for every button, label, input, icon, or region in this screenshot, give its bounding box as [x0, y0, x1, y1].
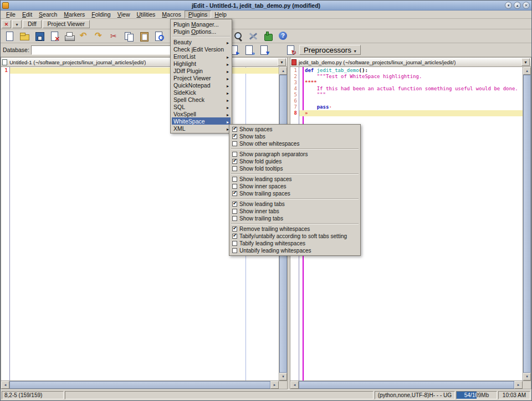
menubar-item-utilities[interactable]: Utilities — [134, 11, 159, 18]
menu-item-show-fold-guides[interactable]: Show fold guides — [231, 158, 359, 165]
plugin-manager-button[interactable] — [262, 30, 275, 42]
minimize-button[interactable]: ▾ — [505, 2, 512, 9]
scroll-thumb[interactable] — [523, 75, 531, 373]
cut-button[interactable] — [108, 30, 121, 42]
code-line-1[interactable]: def jedit_tab_demo(): — [299, 68, 523, 74]
maximize-button[interactable]: ▴ — [514, 2, 521, 9]
line-number[interactable]: 4 — [290, 86, 297, 92]
dock-close-button[interactable] — [2, 20, 11, 28]
caret-status[interactable]: 8,2-5 (159/159) — [2, 391, 64, 399]
menu-item-show-leading-tabs[interactable]: Show leading tabs — [231, 200, 359, 208]
menu-item-jdiff-plugin[interactable]: JDiff Plugin — [172, 67, 231, 74]
scroll-right-button[interactable] — [270, 381, 279, 389]
menubar-item-file[interactable]: File — [3, 11, 19, 18]
copy-button[interactable] — [122, 30, 136, 42]
buffer-switcher-arrow[interactable] — [521, 58, 530, 66]
buffer-switcher-left[interactable]: Untitled-1 (~/software_projects/linux_jo… — [1, 58, 287, 67]
code-line-7[interactable]: pass· — [299, 104, 523, 110]
load-object-button[interactable] — [258, 44, 271, 56]
scroll-down-button[interactable] — [279, 373, 287, 381]
redo-button[interactable] — [93, 30, 106, 42]
menu-item-show-leading-spaces[interactable]: Show leading spaces — [231, 176, 359, 183]
menu-item-show-inner-tabs[interactable]: Show inner tabs — [231, 208, 359, 215]
save-file-button[interactable] — [33, 30, 46, 42]
menu-item-remove-trailing-whitespaces[interactable]: Remove trailing whitespaces — [231, 225, 359, 233]
line-number[interactable]: 8 — [290, 110, 297, 116]
vertical-scrollbar-right[interactable] — [523, 67, 531, 381]
menu-item-tabify-leading-whitespaces[interactable]: Tabify leading whitespaces — [231, 240, 359, 247]
buffer-switcher-right[interactable]: jedit_tab_demo.py (~/software_projects/l… — [290, 58, 531, 67]
menubar-item-markers[interactable]: Markers — [60, 11, 88, 18]
repeat-query-button[interactable] — [284, 44, 298, 56]
code-line-3[interactable]: **** — [299, 80, 523, 86]
new-file-button[interactable] — [3, 30, 16, 42]
menubar-item-edit[interactable]: Edit — [19, 11, 35, 18]
menu-item-show-inner-spaces[interactable]: Show inner spaces — [231, 183, 359, 190]
menu-item-plugin-options[interactable]: Plugin Options... — [172, 28, 231, 35]
menu-item-show-other-whitespaces[interactable]: Show other whitespaces — [231, 140, 359, 147]
menu-item-check-jedit-version[interactable]: Check jEdit Version — [172, 45, 231, 53]
dock-button-project-viewer[interactable]: Project Viewer — [43, 20, 90, 28]
line-number[interactable]: 1 — [290, 68, 297, 74]
buffer-switcher-arrow[interactable] — [278, 58, 286, 66]
menu-item-show-paragraph-separators[interactable]: Show paragraph separators — [231, 151, 359, 158]
menu-item-highlight[interactable]: Highlight — [172, 60, 231, 67]
menu-item-sidekick[interactable]: SideKick — [172, 89, 231, 96]
menu-item-xml[interactable]: XML — [172, 125, 231, 132]
dock-button-diff[interactable]: Diff — [23, 20, 42, 28]
preprocessors-dropdown[interactable]: Preprocessors — [299, 45, 361, 55]
menu-item-errorlist[interactable]: ErrorList — [172, 53, 231, 60]
titlebar[interactable]: jEdit - Untitled-1, jedit_tab_demo.py (m… — [1, 1, 531, 11]
menubar-item-search[interactable]: Search — [35, 11, 60, 18]
code-line-5[interactable]: """ — [299, 92, 523, 98]
code-line-1[interactable] — [10, 68, 279, 74]
menu-item-sql[interactable]: SQL — [172, 103, 231, 110]
menu-item-project-viewer[interactable]: Project Viewer — [172, 74, 231, 81]
line-number[interactable]: 6 — [290, 98, 297, 104]
execute-buffer-button[interactable] — [243, 44, 256, 56]
menu-item-plugin-manager[interactable]: Plugin Manager... — [172, 20, 231, 28]
menu-item-tabify-untabify-according-to-soft-tabs-setting[interactable]: Tabify/untabify according to soft tabs s… — [231, 233, 359, 240]
print-button[interactable] — [63, 30, 76, 42]
memory-status[interactable]: 54/109Mb 54/109Mb — [456, 391, 497, 399]
menu-item-show-tabs[interactable]: Show tabs — [231, 133, 359, 140]
close-buffer-button[interactable] — [48, 30, 61, 42]
menu-item-beauty[interactable]: Beauty — [172, 38, 231, 45]
zoom-button[interactable] — [232, 30, 245, 42]
menu-item-voxspell[interactable]: VoxSpell — [172, 110, 231, 117]
dock-menu-button[interactable] — [12, 20, 22, 28]
undo-button[interactable] — [78, 30, 91, 42]
menubar-item-folding[interactable]: Folding — [88, 11, 114, 18]
code-line-6[interactable] — [299, 98, 523, 104]
menubar-item-plugins[interactable]: Plugins — [185, 11, 211, 18]
close-button[interactable]: ✕ — [523, 2, 530, 9]
line-number[interactable]: 2 — [290, 74, 297, 80]
menubar-item-macros[interactable]: Macros — [158, 11, 184, 18]
gutter-left[interactable]: 1 — [1, 67, 10, 381]
menubar-item-view[interactable]: View — [114, 11, 134, 18]
global-options-button[interactable] — [247, 30, 260, 42]
find-button[interactable] — [152, 30, 166, 42]
open-file-button[interactable] — [18, 30, 31, 42]
line-number[interactable]: 5 — [290, 92, 297, 98]
scroll-up-button[interactable] — [279, 67, 287, 75]
menu-item-show-spaces[interactable]: Show spaces — [231, 126, 359, 133]
scroll-thumb[interactable] — [9, 381, 270, 389]
menu-item-show-trailing-spaces[interactable]: Show trailing spaces — [231, 190, 359, 197]
scroll-down-button[interactable] — [523, 373, 531, 381]
menu-item-show-trailing-tabs[interactable]: Show trailing tabs — [231, 215, 359, 222]
code-line-2[interactable]: """Test of WhiteSpace highlighting. — [299, 74, 523, 80]
line-number[interactable]: 3 — [290, 80, 297, 86]
scroll-left-button[interactable] — [1, 381, 9, 389]
menubar-item-help[interactable]: Help — [211, 11, 230, 18]
menu-item-quicknotepad[interactable]: QuickNotepad — [172, 81, 231, 89]
horizontal-scrollbar-right[interactable] — [290, 381, 531, 389]
code-line-4[interactable]: If this had been an actual function some… — [299, 86, 523, 92]
menu-item-untabify-leading-whitespaces[interactable]: Untabify leading whitespaces — [231, 247, 359, 254]
line-number[interactable]: 1 — [1, 68, 8, 74]
code-line-8[interactable]: » — [299, 110, 523, 116]
menu-item-whitespace[interactable]: WhiteSpace — [172, 117, 231, 125]
scroll-thumb[interactable] — [299, 381, 514, 389]
scroll-up-button[interactable] — [523, 67, 531, 75]
help-button[interactable] — [277, 30, 290, 42]
